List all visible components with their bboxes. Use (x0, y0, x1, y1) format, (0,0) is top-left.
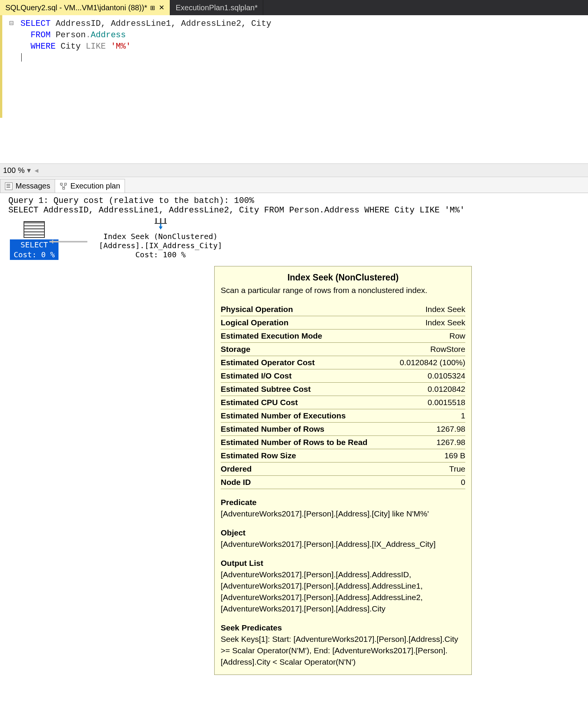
property-row: Estimated Number of Rows to be Read1267.… (221, 436, 465, 449)
property-value: 0 (377, 476, 465, 489)
property-row: Physical OperationIndex Seek (221, 303, 465, 316)
pin-icon[interactable]: ⊞ (150, 4, 155, 11)
svg-marker-10 (159, 226, 163, 230)
property-row: Estimated CPU Cost0.0015518 (221, 396, 465, 409)
section-header: Output List (221, 557, 465, 569)
property-value: Index Seek (377, 316, 465, 329)
text-cursor (21, 53, 22, 62)
seek-node-object: [Address].[IX_Address_City] (99, 241, 222, 250)
property-row: Logical OperationIndex Seek (221, 316, 465, 329)
property-row: Estimated Operator Cost0.0120842 (100%) (221, 356, 465, 369)
keyword-select: SELECT (21, 19, 51, 29)
section-body: [AdventureWorks2017].[Person].[Address].… (221, 538, 465, 550)
tab-messages[interactable]: Messages (0, 179, 55, 193)
property-value: RowStore (377, 343, 465, 356)
tab-label: Execution plan (70, 182, 120, 190)
keyword-where: WHERE (30, 42, 55, 51)
property-value: 1267.98 (377, 436, 465, 449)
property-key: Physical Operation (221, 303, 377, 316)
tooltip-title: Index Seek (NonClustered) (221, 272, 465, 283)
select-node-icon (24, 221, 45, 238)
tab-label: Messages (16, 182, 50, 190)
property-key: Storage (221, 343, 377, 356)
zoom-bar: 100 % ▾ ◂ (0, 163, 588, 177)
property-value: 0.0120842 (100%) (377, 356, 465, 369)
tooltip-section: Object[AdventureWorks2017].[Person].[Add… (221, 527, 465, 550)
property-row: OrderedTrue (221, 462, 465, 476)
property-row: Estimated Number of Executions1 (221, 409, 465, 423)
select-node-cost: Cost: 0 % (10, 250, 58, 260)
property-value: 1267.98 (377, 423, 465, 436)
property-value: 0.0120842 (377, 383, 465, 396)
tooltip-section: Output List[AdventureWorks2017].[Person]… (221, 557, 465, 614)
property-key: Logical Operation (221, 316, 377, 329)
property-key: Estimated Number of Rows to be Read (221, 436, 377, 449)
tooltip-section: Predicate[AdventureWorks2017].[Person].[… (221, 497, 465, 519)
execution-plan-icon (60, 182, 67, 190)
property-value: 1 (377, 409, 465, 423)
tooltip-description: Scan a particular range of rows from a n… (221, 285, 465, 296)
property-row: Estimated Row Size169 B (221, 449, 465, 462)
property-value: Index Seek (377, 303, 465, 316)
plan-canvas[interactable]: SELECT Cost: 0 % Index Seek (NonClustere… (0, 217, 588, 266)
editor-gutter: ⊟ (2, 15, 21, 118)
scroll-left-icon[interactable]: ◂ (35, 166, 38, 175)
svg-rect-0 (60, 183, 62, 185)
schema-name: Person (51, 30, 85, 40)
property-value: 0.0105324 (377, 369, 465, 383)
property-row: Node ID0 (221, 476, 465, 489)
tooltip-section: Seek PredicatesSeek Keys[1]: Start: [Adv… (221, 622, 465, 668)
keyword-like: LIKE (86, 42, 106, 51)
property-row: Estimated I/O Cost0.0105324 (221, 369, 465, 383)
tab-sqlquery2[interactable]: SQLQuery2.sql - VM...VM1\jdantoni (88))*… (0, 0, 170, 15)
property-key: Estimated Number of Rows (221, 423, 377, 436)
section-header: Object (221, 527, 465, 538)
property-value: 169 B (377, 449, 465, 462)
editor-blank-area (0, 118, 588, 163)
property-key: Estimated Subtree Cost (221, 383, 377, 396)
plan-query-text: SELECT AddressID, AddressLine1, AddressL… (8, 206, 465, 215)
tab-executionplan1[interactable]: ExecutionPlan1.sqlplan* (170, 0, 263, 15)
tooltip-properties-table: Physical OperationIndex SeekLogical Oper… (221, 303, 465, 489)
svg-rect-1 (65, 183, 66, 185)
fold-icon[interactable]: ⊟ (2, 18, 21, 27)
tab-label: ExecutionPlan1.sqlplan* (175, 3, 258, 12)
property-key: Estimated Operator Cost (221, 356, 377, 369)
property-row: Estimated Execution ModeRow (221, 329, 465, 343)
section-body: Seek Keys[1]: Start: [AdventureWorks2017… (221, 633, 465, 668)
sql-code[interactable]: SELECT AddressID, AddressLine1, AddressL… (21, 15, 271, 52)
where-column: City (55, 42, 85, 51)
zoom-dropdown-icon[interactable]: ▾ (27, 166, 31, 175)
close-icon[interactable]: ✕ (159, 3, 164, 12)
property-row: Estimated Number of Rows1267.98 (221, 423, 465, 436)
plan-node-index-seek[interactable]: Index Seek (NonClustered) [Address].[IX_… (99, 217, 222, 259)
property-value: Row (377, 329, 465, 343)
index-seek-icon (153, 217, 168, 230)
property-key: Estimated Number of Executions (221, 409, 377, 423)
svg-line-4 (64, 185, 65, 187)
plan-arrow (49, 240, 91, 243)
section-body: [AdventureWorks2017].[Person].[Address].… (221, 508, 465, 519)
operator-tooltip: Index Seek (NonClustered) Scan a particu… (214, 266, 472, 675)
keyword-from: FROM (30, 30, 51, 40)
sql-editor[interactable]: ⊟ SELECT AddressID, AddressLine1, Addres… (0, 15, 588, 118)
section-header: Predicate (221, 497, 465, 508)
zoom-value[interactable]: 100 % (3, 166, 25, 175)
property-key: Estimated Execution Mode (221, 329, 377, 343)
string-literal: 'M%' (106, 42, 131, 51)
section-body: [AdventureWorks2017].[Person].[Address].… (221, 569, 465, 614)
section-header: Seek Predicates (221, 622, 465, 633)
property-key: Estimated Row Size (221, 449, 377, 462)
tab-label: SQLQuery2.sql - VM...VM1\jdantoni (88))* (5, 3, 147, 12)
svg-rect-2 (63, 187, 65, 189)
select-columns: AddressID, AddressLine1, AddressLine2, C… (51, 19, 271, 29)
property-value: 0.0015518 (377, 396, 465, 409)
tab-execution-plan[interactable]: Execution plan (55, 179, 125, 193)
seek-node-title: Index Seek (NonClustered) (99, 232, 222, 241)
plan-header: Query 1: Query cost (relative to the bat… (0, 193, 588, 217)
results-tab-bar: Messages Execution plan (0, 177, 588, 193)
property-key: Node ID (221, 476, 377, 489)
property-value: True (377, 462, 465, 476)
svg-line-3 (61, 185, 63, 187)
seek-node-cost: Cost: 100 % (99, 250, 222, 259)
